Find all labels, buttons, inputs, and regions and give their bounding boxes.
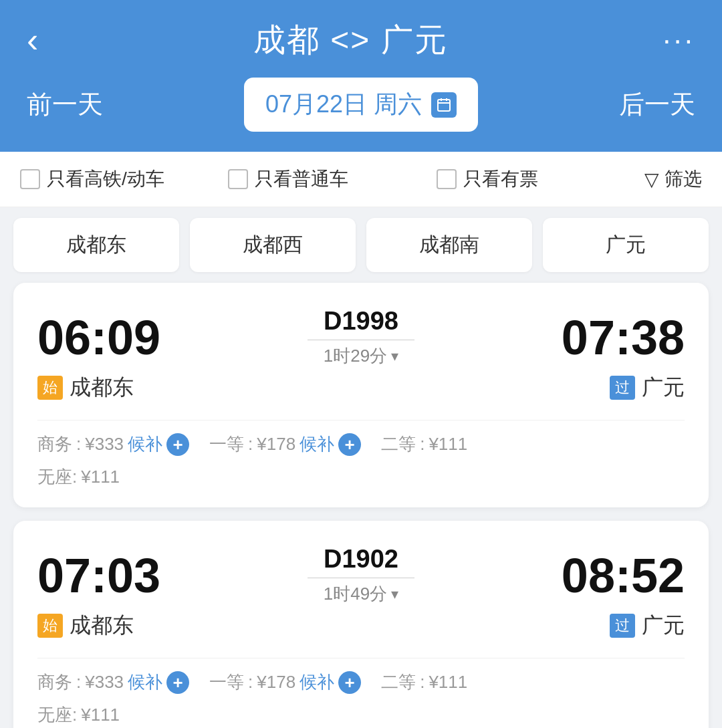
expand-icon-0[interactable]: ▾ bbox=[391, 348, 398, 365]
dest-station-0: 广元 bbox=[642, 373, 685, 402]
price-noseat-0: 无座: ¥111 bbox=[37, 465, 665, 489]
dest-station-1: 广元 bbox=[642, 611, 685, 640]
price-business-plus-0[interactable]: + bbox=[166, 433, 189, 456]
train-station-row-0: 始 成都东 过 广元 bbox=[37, 373, 685, 402]
price-second-amount-1: ¥111 bbox=[429, 672, 467, 693]
price-noseat-amount-1: ¥111 bbox=[81, 705, 120, 725]
header: ‹ 成都 <> 广元 ··· 前一天 07月22日 周六 后一天 bbox=[0, 0, 722, 152]
date-text: 07月22日 周六 bbox=[265, 88, 422, 121]
price-business-0: 商务 : ¥333 候补 + bbox=[37, 433, 189, 456]
price-business-waitlist-1: 候补 bbox=[128, 671, 162, 694]
train-number-1: D1902 bbox=[324, 545, 398, 574]
price-business-amount-1: ¥333 bbox=[85, 672, 124, 693]
price-second-amount-0: ¥111 bbox=[429, 434, 467, 455]
price-first-0: 一等 : ¥178 候补 + bbox=[209, 433, 361, 456]
train-duration-row-0: 1时29分 ▾ bbox=[324, 344, 398, 368]
price-noseat-label-0: 无座: bbox=[37, 465, 77, 489]
origin-badge-0: 始 bbox=[37, 376, 63, 400]
more-button[interactable]: ··· bbox=[663, 23, 695, 57]
station-tab-chengduxi[interactable]: 成都西 bbox=[190, 218, 356, 272]
date-row: 前一天 07月22日 周六 后一天 bbox=[27, 78, 695, 132]
price-noseat-amount-0: ¥111 bbox=[81, 467, 120, 487]
filter-funnel-icon: ▽ bbox=[644, 168, 659, 191]
train-duration-row-1: 1时49分 ▾ bbox=[324, 582, 398, 606]
price-second-0: 二等 : ¥111 bbox=[381, 433, 467, 456]
filter-high-speed[interactable]: 只看高铁/动车 bbox=[20, 166, 228, 192]
expand-icon-1[interactable]: ▾ bbox=[391, 586, 398, 603]
train-middle-0: D1998 1时29分 ▾ bbox=[160, 307, 562, 368]
origin-1: 始 成都东 bbox=[37, 611, 134, 640]
price-business-label-0: 商务 bbox=[37, 433, 72, 456]
filter-btn-label: 筛选 bbox=[665, 166, 702, 192]
filter-available[interactable]: 只看有票 bbox=[437, 166, 644, 192]
price-first-waitlist-0: 候补 bbox=[299, 433, 334, 456]
page-title: 成都 <> 广元 bbox=[253, 19, 448, 62]
filter-normal[interactable]: 只看普通车 bbox=[228, 166, 436, 192]
train-line-0 bbox=[308, 340, 414, 340]
filter-sort-button[interactable]: ▽ 筛选 bbox=[644, 166, 702, 192]
header-top: ‹ 成都 <> 广元 ··· bbox=[27, 19, 695, 62]
filter-available-label: 只看有票 bbox=[463, 166, 538, 192]
checkbox-available[interactable] bbox=[437, 169, 457, 189]
train-list: 06:09 D1998 1时29分 ▾ 07:38 始 成都东 过 广元 bbox=[0, 283, 722, 728]
dest-badge-1: 过 bbox=[610, 614, 635, 638]
train-station-row-1: 始 成都东 过 广元 bbox=[37, 611, 685, 640]
date-picker[interactable]: 07月22日 周六 bbox=[244, 78, 478, 132]
price-first-amount-1: ¥178 bbox=[257, 672, 295, 693]
price-first-1: 一等 : ¥178 候补 + bbox=[209, 671, 361, 694]
filter-high-speed-label: 只看高铁/动车 bbox=[47, 166, 164, 192]
price-first-plus-1[interactable]: + bbox=[338, 671, 361, 694]
price-first-amount-0: ¥178 bbox=[257, 434, 295, 455]
price-first-label-0: 一等 bbox=[209, 433, 244, 456]
station-tab-chengdunan[interactable]: 成都南 bbox=[366, 218, 532, 272]
price-business-label-1: 商务 bbox=[37, 671, 72, 694]
filter-bar: 只看高铁/动车 只看普通车 只看有票 ▽ 筛选 bbox=[0, 152, 722, 207]
origin-0: 始 成都东 bbox=[37, 373, 134, 402]
depart-time-1: 07:03 bbox=[37, 552, 160, 600]
arrive-time-1: 08:52 bbox=[562, 552, 685, 600]
price-second-label-1: 二等 bbox=[381, 671, 416, 694]
train-card-1[interactable]: 07:03 D1902 1时49分 ▾ 08:52 始 成都东 过 广元 bbox=[13, 521, 709, 728]
train-duration-0: 1时29分 bbox=[324, 344, 387, 368]
station-tabs: 成都东 成都西 成都南 广元 bbox=[0, 207, 722, 283]
price-first-label-1: 一等 bbox=[209, 671, 244, 694]
depart-time-0: 06:09 bbox=[37, 314, 160, 362]
station-tab-chengdudong[interactable]: 成都东 bbox=[13, 218, 179, 272]
price-first-waitlist-1: 候补 bbox=[299, 671, 334, 694]
price-row-1: 商务 : ¥333 候补 + 一等 : ¥178 候补 + 二等 : ¥111 … bbox=[37, 658, 685, 727]
next-day-button[interactable]: 后一天 bbox=[619, 88, 695, 122]
train-duration-1: 1时49分 bbox=[324, 582, 387, 606]
back-button[interactable]: ‹ bbox=[27, 23, 38, 57]
checkbox-high-speed[interactable] bbox=[20, 169, 40, 189]
price-first-plus-0[interactable]: + bbox=[338, 433, 361, 456]
price-noseat-1: 无座: ¥111 bbox=[37, 703, 665, 727]
price-business-1: 商务 : ¥333 候补 + bbox=[37, 671, 189, 694]
dest-0: 过 广元 bbox=[610, 373, 685, 402]
origin-badge-1: 始 bbox=[37, 614, 63, 638]
dest-badge-0: 过 bbox=[610, 376, 635, 400]
arrive-time-0: 07:38 bbox=[562, 314, 685, 362]
station-tab-guangyuan[interactable]: 广元 bbox=[543, 218, 709, 272]
train-line-1 bbox=[308, 578, 414, 578]
train-number-0: D1998 bbox=[324, 307, 398, 336]
price-second-label-0: 二等 bbox=[381, 433, 416, 456]
price-noseat-label-1: 无座: bbox=[37, 703, 77, 727]
train-card-0[interactable]: 06:09 D1998 1时29分 ▾ 07:38 始 成都东 过 广元 bbox=[13, 283, 709, 507]
price-business-amount-0: ¥333 bbox=[85, 434, 124, 455]
price-business-plus-1[interactable]: + bbox=[166, 671, 189, 694]
origin-station-1: 成都东 bbox=[70, 611, 134, 640]
svg-rect-0 bbox=[438, 100, 450, 111]
filter-normal-label: 只看普通车 bbox=[255, 166, 348, 192]
checkbox-normal[interactable] bbox=[228, 169, 248, 189]
train-middle-1: D1902 1时49分 ▾ bbox=[160, 545, 562, 606]
prev-day-button[interactable]: 前一天 bbox=[27, 88, 103, 122]
calendar-icon bbox=[431, 92, 457, 118]
price-second-1: 二等 : ¥111 bbox=[381, 671, 467, 694]
price-business-waitlist-0: 候补 bbox=[128, 433, 162, 456]
train-main-1: 07:03 D1902 1时49分 ▾ 08:52 bbox=[37, 545, 685, 606]
train-main-0: 06:09 D1998 1时29分 ▾ 07:38 bbox=[37, 307, 685, 368]
origin-station-0: 成都东 bbox=[70, 373, 134, 402]
price-row-0: 商务 : ¥333 候补 + 一等 : ¥178 候补 + 二等 : ¥111 … bbox=[37, 420, 685, 489]
dest-1: 过 广元 bbox=[610, 611, 685, 640]
